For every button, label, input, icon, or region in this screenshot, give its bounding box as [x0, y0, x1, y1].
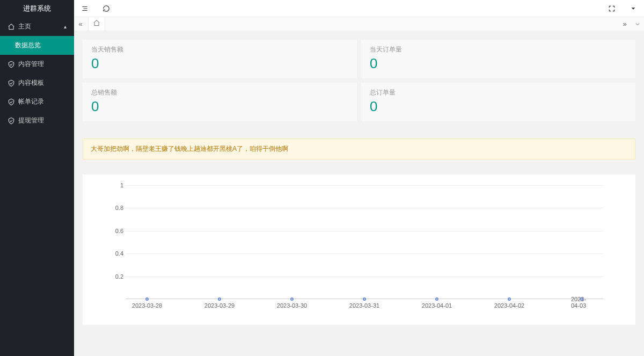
stat-value: 0: [370, 55, 627, 72]
chart-point: [435, 297, 438, 301]
content: 当天销售额 0 当天订单量 0 总销售额 0 总订单量 0 大哥加把劲啊，隔壁老…: [74, 31, 644, 356]
tabs-menu-button[interactable]: [631, 17, 644, 31]
stat-value: 0: [91, 55, 348, 72]
chart-x-tick: 2023-03-28: [132, 302, 162, 309]
chart-x-tick: 2023-03-31: [349, 302, 379, 309]
shield-icon: [8, 117, 15, 125]
tabs-scroll-right-button[interactable]: »: [618, 17, 631, 31]
nav-item-label: 数据总览: [15, 41, 41, 50]
nav-item-content-manage[interactable]: 内容管理: [0, 55, 74, 74]
shield-icon: [8, 79, 15, 87]
chart-panel: 0.20.40.60.812023-03-282023-03-292023-03…: [83, 175, 635, 325]
tabs: [87, 17, 618, 31]
nav-item-label: 提现管理: [18, 116, 44, 125]
tabbar: « »: [74, 17, 644, 31]
nav-parent-label: 主页: [18, 22, 31, 31]
nav-item-billing[interactable]: 帐单记录: [0, 92, 74, 111]
nav-item-data-overview[interactable]: 数据总览: [0, 36, 74, 55]
stat-total-orders: 总订单量 0: [361, 83, 635, 121]
shield-icon: [8, 61, 15, 68]
refresh-button[interactable]: [96, 0, 117, 17]
tabs-scroll-left-button[interactable]: «: [74, 17, 87, 31]
stat-label: 总销售额: [91, 88, 348, 97]
chart-gridline: [126, 253, 603, 254]
stat-label: 当天销售额: [91, 45, 348, 54]
shield-icon: [8, 98, 15, 106]
home-icon: [8, 23, 15, 31]
sidebar: 进群系统 主页 ▴ 数据总览 内容管理 内容模板 帐单记录 提现管理: [0, 0, 74, 356]
nav-item-label: 内容管理: [18, 60, 44, 69]
stat-label: 总订单量: [370, 88, 627, 97]
tab-home[interactable]: [88, 17, 105, 31]
stat-label: 当天订单量: [370, 45, 627, 54]
stats-grid: 当天销售额 0 当天订单量 0 总销售额 0 总订单量 0: [83, 40, 635, 121]
nav-item-label: 帐单记录: [18, 97, 44, 106]
chart-y-tick: 0.2: [108, 273, 123, 280]
chart-gridline: [126, 185, 603, 186]
topbar: [74, 0, 644, 17]
home-icon: [93, 19, 100, 28]
chart-x-tick: 2023-03-30: [277, 302, 307, 309]
chart-y-tick: 1: [108, 182, 123, 188]
nav-item-content-template[interactable]: 内容模板: [0, 74, 74, 92]
nav-item-label: 内容模板: [18, 78, 44, 88]
nav-item-withdraw[interactable]: 提现管理: [0, 111, 74, 130]
chart-y-tick: 0.8: [108, 205, 123, 211]
chart-x-tick: 2023-04-02: [494, 302, 524, 309]
collapse-sidebar-button[interactable]: [74, 0, 96, 17]
chevron-up-icon: ▴: [64, 24, 67, 30]
notice-banner: 大哥加把劲啊，隔壁老王赚了钱晚上趟迪都开黑桃A了，咱得干倒他啊: [83, 139, 635, 159]
chart-x-tick: 2023-03-29: [204, 302, 235, 309]
chart-point: [290, 297, 294, 301]
app-title: 进群系统: [0, 0, 74, 17]
fullscreen-button[interactable]: [601, 0, 623, 17]
stat-value: 0: [91, 98, 348, 115]
chart-y-tick: 0.4: [108, 250, 123, 257]
chart-gridline: [126, 208, 603, 208]
stat-today-sales: 当天销售额 0: [83, 40, 357, 78]
chart-point: [363, 297, 366, 301]
more-menu-button[interactable]: [623, 0, 644, 17]
chart-point: [580, 297, 583, 301]
chart-area: 0.20.40.60.812023-03-282023-03-292023-03…: [126, 185, 603, 309]
stat-today-orders: 当天订单量 0: [361, 40, 635, 78]
chart-gridline: [126, 277, 603, 277]
chart-y-tick: 0.6: [108, 228, 123, 234]
chart-x-tick: 2023-04-01: [422, 302, 452, 309]
stat-value: 0: [370, 98, 627, 115]
chart-gridline: [126, 231, 603, 231]
chart-point: [218, 297, 221, 301]
nav-parent-home[interactable]: 主页 ▴: [0, 17, 74, 36]
stat-total-sales: 总销售额 0: [83, 83, 357, 121]
chart-point: [145, 297, 149, 301]
chart-point: [508, 297, 511, 301]
